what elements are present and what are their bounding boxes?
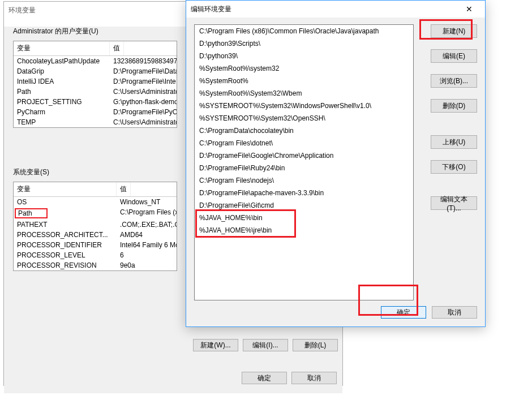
list-item[interactable]: %SystemRoot%\System32\Wbem xyxy=(195,87,413,100)
sys-vars-table[interactable]: 变量 值 OSWindows_NT PathC:\Program Files (… xyxy=(13,182,177,271)
new-button[interactable]: 新建(N) xyxy=(431,24,477,38)
list-item[interactable]: %JAVA_HOME%\bin xyxy=(195,212,413,224)
env-ok-button[interactable]: 确定 xyxy=(242,372,287,384)
table-row[interactable]: PROCESSOR_ARCHITECT...AMD64 xyxy=(14,230,177,240)
list-item[interactable]: D:\ProgrameFile\Google\Chrome\Applicatio… xyxy=(195,149,413,162)
list-item[interactable]: D:\python39\Scripts\ xyxy=(195,37,413,50)
table-row[interactable]: PROCESSOR_IDENTIFIERIntel64 Family 6 Mod xyxy=(14,240,177,250)
table-header: 变量 值 xyxy=(14,182,177,197)
table-row[interactable]: PROCESSOR_LEVEL6 xyxy=(14,250,177,260)
sys-path-highlight: Path xyxy=(15,208,48,218)
list-item[interactable]: D:\ProgrameFile\Ruby24\bin xyxy=(195,162,413,174)
new-sys-button[interactable]: 新建(W)... xyxy=(193,339,238,351)
th-value: 值 xyxy=(110,41,124,55)
table-row[interactable]: PathC:\Users\Administrato xyxy=(14,87,177,97)
cancel-button[interactable]: 取消 xyxy=(432,306,477,319)
edit-text-button[interactable]: 编辑文本(T)... xyxy=(431,196,477,210)
table-row[interactable]: IntelliJ IDEAD:\ProgrameFile\Inte xyxy=(14,76,177,87)
env-cancel-button[interactable]: 取消 xyxy=(291,372,337,384)
list-item[interactable]: D:\ProgrameFile\apache-maven-3.3.9\bin xyxy=(195,187,413,199)
edit-title: 编辑环境变量 xyxy=(191,5,231,14)
list-item[interactable]: %JAVA_HOME%\jre\bin xyxy=(195,224,413,237)
browse-button[interactable]: 浏览(B)... xyxy=(431,74,477,88)
list-item[interactable]: %SystemRoot% xyxy=(195,75,413,87)
table-row[interactable]: PyCharmD:\ProgrameFile\PyC xyxy=(14,107,177,117)
th-variable: 变量 xyxy=(14,41,110,55)
env-vars-title: 环境变量 xyxy=(8,6,36,15)
table-header: 变量 值 xyxy=(14,41,177,56)
edit-env-var-window: 编辑环境变量 ✕ C:\Program Files (x86)\Common F… xyxy=(186,0,486,327)
th-value: 值 xyxy=(117,182,131,196)
list-item[interactable]: D:\python39\ xyxy=(195,50,413,62)
list-item[interactable]: %SYSTEMROOT%\System32\WindowsPowerShell\… xyxy=(195,100,413,112)
table-row[interactable]: PROJECT_SETTINGG:\python-flask-demo xyxy=(14,97,177,107)
table-row[interactable]: ChocolateyLastPathUpdate1323868915988349… xyxy=(14,56,177,66)
move-down-button[interactable]: 下移(O) xyxy=(431,160,477,174)
delete-button[interactable]: 删除(D) xyxy=(431,99,477,113)
path-listbox[interactable]: C:\Program Files (x86)\Common Files\Orac… xyxy=(194,24,414,300)
edit-sys-button[interactable]: 编辑(I)... xyxy=(243,339,288,351)
table-row[interactable]: TEMPC:\Users\Administrato xyxy=(14,117,177,127)
list-item[interactable]: %SystemRoot%\system32 xyxy=(195,62,413,75)
table-row[interactable]: DataGripD:\ProgrameFile\Data xyxy=(14,66,177,76)
user-vars-table[interactable]: 变量 值 ChocolateyLastPathUpdate13238689159… xyxy=(13,41,177,128)
move-up-button[interactable]: 上移(U) xyxy=(431,135,477,149)
list-item[interactable]: C:\Program Files (x86)\Common Files\Orac… xyxy=(195,25,413,37)
th-variable: 变量 xyxy=(14,182,117,196)
list-item[interactable]: C:\Program Files\nodejs\ xyxy=(195,174,413,187)
delete-sys-button[interactable]: 删除(L) xyxy=(293,339,338,351)
list-item[interactable]: D:\ProgrameFile\Git\cmd xyxy=(195,199,413,212)
list-item[interactable]: %SYSTEMROOT%\System32\OpenSSH\ xyxy=(195,112,413,124)
edit-titlebar: 编辑环境变量 ✕ xyxy=(186,1,485,18)
table-row[interactable]: OSWindows_NT xyxy=(14,197,177,207)
table-row[interactable]: PROCESSOR_REVISION9e0a xyxy=(14,260,177,270)
list-item[interactable]: C:\Program Files\dotnet\ xyxy=(195,137,413,149)
edit-button[interactable]: 编辑(E) xyxy=(431,49,477,63)
ok-button[interactable]: 确定 xyxy=(381,306,426,319)
table-row[interactable]: PathC:\Program Files (x86 xyxy=(14,207,177,220)
list-item[interactable]: C:\ProgramData\chocolatey\bin xyxy=(195,124,413,137)
table-row[interactable]: PATHEXT.COM;.EXE;.BAT;.CMD xyxy=(14,220,177,230)
close-icon[interactable]: ✕ xyxy=(458,5,480,14)
